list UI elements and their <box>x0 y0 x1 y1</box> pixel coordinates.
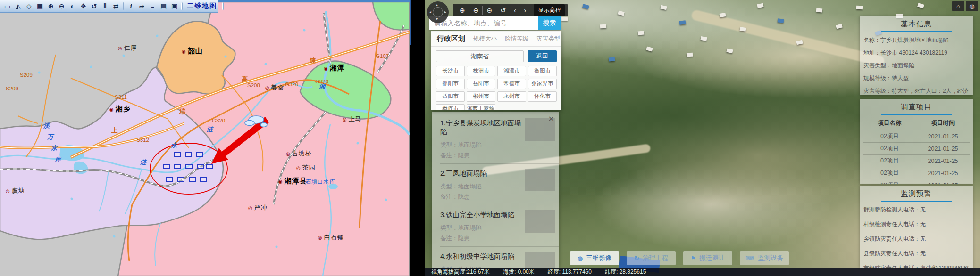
province-row: 湖南省 返回 <box>431 47 561 64</box>
02项目[interactable]: 02项目2021-01-25 <box>863 179 970 184</box>
disaster-thumbnail[interactable] <box>525 210 555 233</box>
city-button[interactable]: 张家界市 <box>528 79 557 89</box>
city-button[interactable]: 邵阳市 <box>436 79 465 89</box>
filter-tab[interactable]: 灾害类型 <box>536 35 560 43</box>
disaster-title: 4.永和初级中学地面塌陷 <box>440 252 523 261</box>
reset-view-icon[interactable]: ↺ <box>496 6 510 15</box>
button-icon: ⚑ <box>691 255 696 262</box>
survey-projects-panel: 调查项目 项目名称 项目时间 02项目2021-01-25 02项目2021-0… <box>860 99 973 184</box>
panel-title-underline <box>881 31 952 32</box>
02项目[interactable]: 02项目2021-01-25 <box>863 130 970 142</box>
city-button[interactable]: 长沙市 <box>436 66 465 76</box>
compass-control[interactable]: ▴ ▾ ◂ ▸ <box>427 1 449 23</box>
back-button[interactable]: 返回 <box>528 50 557 62</box>
map-label: S208 <box>247 81 260 89</box>
map-label: S209 <box>20 70 33 79</box>
map-label: G320 <box>285 80 298 88</box>
map-label: ◎仁厚 <box>118 43 137 52</box>
info-field: 名称：宁乡县煤炭坝地区地面塌陷 <box>863 36 969 44</box>
02项目[interactable]: 02项目2021-01-25 <box>863 154 970 167</box>
pan-north-icon[interactable]: ▴ <box>436 3 438 7</box>
btn-treatment-project[interactable]: ↻治理工程 <box>627 251 676 265</box>
zoom-out-icon[interactable]: ⊖ <box>56 1 67 11</box>
save-icon[interactable]: ▤ <box>158 1 169 11</box>
filter-tab[interactable]: 行政区划 <box>437 34 465 43</box>
list-item[interactable]: 1.宁乡县煤炭坝地区地面塌陷 类型：地面塌陷 备注：隐患 <box>440 114 559 164</box>
city-button[interactable]: 岳阳市 <box>467 79 495 89</box>
map-label: ◎茶园 <box>296 163 316 172</box>
pause-icon[interactable]: ‖ <box>100 1 110 11</box>
house-3d <box>582 4 589 9</box>
disaster-thumbnail[interactable] <box>525 252 555 268</box>
monitor-warning-panel: 监测预警 群测群防检测人电话：无村级检测责任人电话：无乡镇防灾责任人电话：无县级… <box>860 186 973 268</box>
measure-area-icon[interactable]: ◭ <box>13 1 24 11</box>
panel-title: 基本信息 <box>863 19 970 31</box>
close-icon[interactable]: ✕ <box>548 114 554 123</box>
city-button[interactable]: 永州市 <box>497 91 526 102</box>
globe-icon[interactable]: ◍ <box>966 1 978 11</box>
button-icon: ↻ <box>634 255 639 262</box>
zoom-in-icon[interactable]: ⊕ <box>45 1 56 11</box>
city-button[interactable]: 常德市 <box>497 79 526 89</box>
pan-south-icon[interactable]: ▾ <box>436 17 438 21</box>
city-button[interactable]: 湘西土家族... <box>467 104 495 110</box>
city-button[interactable]: 怀化市 <box>528 91 557 102</box>
btn-monitor-devices[interactable]: ⌨监测设备 <box>740 251 789 265</box>
full-extent-icon[interactable]: ◐ <box>67 1 78 11</box>
mine-symbol <box>185 152 192 157</box>
map-label: 水 <box>171 141 177 150</box>
city-button[interactable]: 衡阳市 <box>528 66 557 76</box>
list-item[interactable]: 3.铁山完全小学地面塌陷 类型：地面塌陷 备注：隐患 <box>440 205 559 247</box>
filter-tab[interactable]: 险情等级 <box>505 35 528 43</box>
fit-view-icon[interactable]: ⊝ <box>482 6 496 15</box>
swap-view-icon[interactable]: ⇄ <box>110 1 121 11</box>
map-label: ◎严冲 <box>248 203 268 212</box>
print-icon[interactable]: ▣ <box>169 1 180 11</box>
pan-icon[interactable]: ✥ <box>78 1 89 11</box>
02项目[interactable]: 02项目2021-01-25 <box>863 167 970 179</box>
status-item: 经度: 113.777460 <box>548 268 592 276</box>
02项目[interactable]: 02项目2021-01-25 <box>863 142 970 154</box>
province-select[interactable]: 湖南省 <box>436 50 524 62</box>
city-button[interactable]: 株洲市 <box>467 66 495 76</box>
map-2d-window: ◎仁厚◉韶山◉湘乡◉湘潭◎姜畲◎上马◎古塘桥◎茶园◉湘潭县◎严冲◎白石铺◎虞塘S… <box>0 0 410 276</box>
city-button[interactable]: 郴州市 <box>467 91 495 102</box>
map-label: ◎古塘桥 <box>286 149 312 158</box>
export-icon[interactable]: ➦ <box>136 1 147 11</box>
survey-rows: 02项目2021-01-25 02项目2021-01-25 02项目2021-0… <box>863 130 970 184</box>
search-button[interactable]: 搜索 <box>538 16 561 30</box>
grid-icon[interactable]: ▦ <box>34 1 45 11</box>
show-elevation-button[interactable]: 显示高程 <box>534 4 565 16</box>
place-marker-icon: ◎ <box>248 205 252 211</box>
city-button[interactable]: 娄底市 <box>436 104 465 110</box>
bottom-button-bar: ◍三维影像↻治理工程⚑搬迁避让⌨监测设备 <box>570 251 789 265</box>
zoom-out-icon[interactable]: ⊖ <box>469 6 483 15</box>
prev-view-icon[interactable]: ‹ <box>510 6 520 15</box>
zoom-previous-icon[interactable]: ↺ <box>89 1 100 11</box>
disaster-thumbnail[interactable] <box>525 169 555 191</box>
city-button[interactable]: 湘潭市 <box>497 66 526 76</box>
map-2d-canvas[interactable]: ◎仁厚◉韶山◉湘乡◉湘潭◎姜畲◎上马◎古塘桥◎茶园◉湘潭县◎严冲◎白石铺◎虞塘S… <box>0 2 410 276</box>
list-item[interactable]: 4.永和初级中学地面塌陷 类型：地面塌陷 备注：隐患 <box>440 247 559 268</box>
map-label: 石坝口水库 <box>306 177 335 186</box>
identify-icon[interactable]: i <box>126 1 136 11</box>
map-label: ◉湘潭 <box>324 64 345 73</box>
pan-west-icon[interactable]: ◂ <box>429 10 431 14</box>
next-view-icon[interactable]: › <box>520 6 530 15</box>
pan-east-icon[interactable]: ▸ <box>444 10 446 14</box>
btn-relocation[interactable]: ⚑搬迁避让 <box>683 251 732 265</box>
house-3d <box>609 57 615 62</box>
filter-tab[interactable]: 规模大小 <box>473 35 497 43</box>
disaster-type-row: 类型：地面塌陷 <box>440 224 523 232</box>
zoom-in-icon[interactable]: ⊕ <box>456 6 469 15</box>
city-button[interactable]: 益阳市 <box>436 91 465 102</box>
home-icon[interactable]: ⌂ <box>952 1 964 11</box>
download-icon[interactable]: ◒ <box>147 1 158 11</box>
btn-3d-imagery[interactable]: ◍三维影像 <box>570 251 619 265</box>
place-marker-icon: ◉ <box>278 179 283 184</box>
measure-polygon-icon[interactable]: ◇ <box>24 1 34 11</box>
measure-distance-icon[interactable]: ▭ <box>2 1 13 11</box>
nav-toolbar-3d: ⊕⊖⊝↺‹› 显示高程 <box>453 4 568 16</box>
list-item[interactable]: 2.三凤地面塌陷 类型：地面塌陷 备注：隐患 <box>440 164 559 205</box>
map-label: S209 <box>6 84 18 92</box>
